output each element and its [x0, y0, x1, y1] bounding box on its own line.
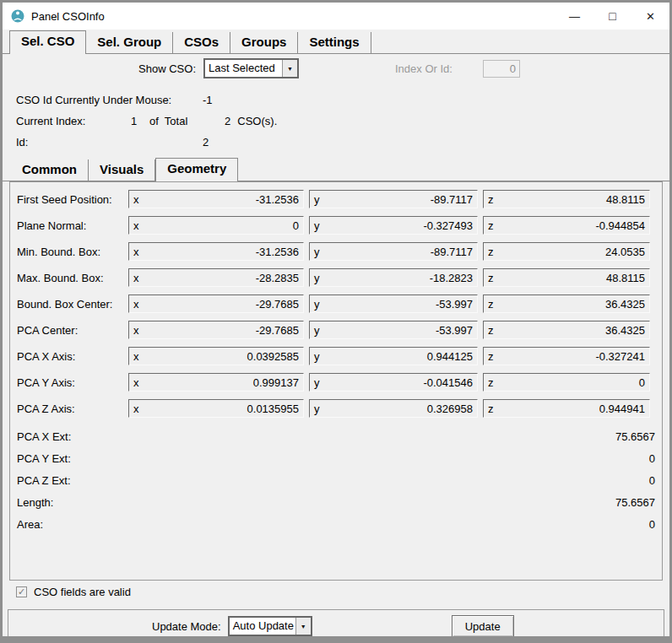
field-value: 36.4325	[605, 298, 645, 311]
field-value: -0.041546	[423, 376, 473, 389]
tab-groups[interactable]: Groups	[230, 32, 298, 53]
id-value: 2	[203, 136, 209, 149]
x-field: x0.0392585	[128, 347, 304, 365]
field-value: -89.7117	[431, 193, 473, 206]
field-value: -53.997	[436, 324, 473, 337]
minimize-button[interactable]: —	[555, 3, 593, 30]
x-field: x-28.2835	[128, 268, 304, 287]
x-field: x0	[128, 216, 304, 235]
total-value: 2	[187, 115, 230, 127]
geometry-row-min-bound-box: Min. Bound. Box: x-31.2536 y-89.7117 z24…	[17, 242, 655, 261]
scalar-row-length: Length: 75.6567	[17, 491, 655, 513]
geometry-row-pca-center: PCA Center: x-29.7685 y-53.997 z36.4325	[17, 321, 655, 339]
tab-sel-cso[interactable]: Sel. CSO	[9, 30, 86, 54]
axis-label: z	[488, 246, 494, 258]
field-value: 0.0392585	[247, 350, 299, 363]
index-or-id-input[interactable]	[483, 60, 520, 78]
y-field: y-0.041546	[309, 373, 478, 392]
z-field: z48.8115	[483, 268, 650, 287]
geometry-row-pca-x-axis: PCA X Axis: x0.0392585 y0.944125 z-0.327…	[17, 347, 655, 365]
field-value: 48.8115	[606, 272, 645, 284]
y-field: y-0.327493	[309, 216, 478, 235]
z-field: z-0.944854	[483, 216, 650, 235]
field-label: PCA X Axis:	[17, 350, 128, 363]
axis-label: x	[133, 376, 139, 389]
cso-count-label: CSO(s).	[237, 115, 277, 127]
axis-label: z	[488, 324, 494, 337]
axis-label: z	[488, 272, 494, 284]
axis-label: y	[314, 272, 320, 284]
field-value: -31.2536	[256, 193, 299, 206]
update-mode-dropdown-value: Auto Update	[230, 618, 295, 635]
field-value: -28.2835	[256, 272, 299, 284]
axis-label: y	[314, 219, 320, 232]
axis-label: z	[488, 298, 494, 311]
x-field: x-29.7685	[128, 321, 304, 339]
current-index-value: 1	[131, 115, 138, 127]
under-mouse-row: CSO Id Currently Under Mouse: -1	[16, 89, 669, 111]
tab-settings[interactable]: Settings	[298, 32, 371, 53]
y-field: y-89.7117	[309, 242, 478, 261]
close-button[interactable]: ✕	[631, 3, 669, 30]
field-label: Max. Bound. Box:	[17, 272, 128, 284]
subtab-geometry[interactable]: Geometry	[155, 158, 238, 181]
cso-fields-valid-label: CSO fields are valid	[34, 586, 131, 598]
geometry-panel: First Seed Position: x-31.2536 y-89.7117…	[9, 181, 663, 581]
field-value: -0.327493	[423, 219, 473, 232]
field-label: PCA Center:	[17, 324, 128, 337]
under-mouse-label: CSO Id Currently Under Mouse:	[16, 94, 203, 106]
field-value: 0.0135955	[247, 403, 299, 415]
z-field: z0	[483, 373, 650, 392]
update-mode-label: Update Mode:	[152, 620, 221, 633]
field-value: -0.327241	[595, 350, 645, 363]
z-field: z0.944941	[483, 399, 650, 418]
axis-label: z	[488, 193, 494, 206]
geometry-row-plane-normal: Plane Normal: x0 y-0.327493 z-0.944854	[17, 216, 655, 235]
sub-tab-bar: Common Visuals Geometry	[3, 158, 669, 181]
geometry-row-bound-box-center: Bound. Box Center: x-29.7685 y-53.997 z3…	[17, 294, 655, 313]
z-field: z36.4325	[483, 294, 650, 313]
close-icon: ✕	[646, 10, 655, 23]
geometry-row-first-seed-position: First Seed Position: x-31.2536 y-89.7117…	[17, 190, 655, 208]
show-cso-dropdown[interactable]: Last Selected ▼	[203, 58, 299, 78]
axis-label: y	[314, 246, 320, 258]
geometry-row-max-bound-box: Max. Bound. Box: x-28.2835 y-18.2823 z48…	[17, 268, 655, 287]
field-value: 0	[639, 376, 645, 389]
field-value: -18.2823	[430, 272, 473, 284]
tab-csos[interactable]: CSOs	[173, 32, 230, 53]
subtab-visuals[interactable]: Visuals	[89, 159, 155, 181]
show-cso-row: Show CSO: Last Selected ▼ Index Or Id:	[3, 54, 669, 83]
axis-label: z	[488, 350, 494, 363]
cso-fields-valid-row: ✓ CSO fields are valid	[3, 581, 669, 602]
chevron-down-icon: ▼	[295, 618, 311, 635]
axis-label: x	[133, 324, 139, 337]
x-field: x0.999137	[128, 373, 304, 392]
axis-label: z	[488, 403, 494, 415]
field-value: -31.2536	[256, 246, 299, 258]
field-value: 0	[649, 452, 655, 465]
main-tab-bar: Sel. CSO Sel. Group CSOs Groups Settings	[3, 30, 669, 54]
geometry-row-pca-y-axis: PCA Y Axis: x0.999137 y-0.041546 z0	[17, 373, 655, 392]
field-value: 75.6567	[615, 496, 655, 509]
field-value: 0	[293, 219, 299, 232]
field-label: PCA Y Axis:	[17, 376, 128, 389]
field-value: 48.8115	[606, 193, 645, 206]
field-label: Area:	[17, 518, 649, 531]
field-value: 24.0535	[605, 246, 645, 258]
y-field: y-18.2823	[309, 268, 478, 287]
info-section: CSO Id Currently Under Mouse: -1 Current…	[3, 83, 669, 153]
window-title: Panel CSOInfo	[31, 10, 105, 23]
maximize-button[interactable]: □	[593, 3, 631, 30]
tab-sel-group[interactable]: Sel. Group	[86, 32, 173, 53]
x-field: x-31.2536	[128, 242, 304, 261]
axis-label: y	[314, 298, 320, 311]
update-button[interactable]: Update	[452, 615, 514, 637]
field-label: PCA Z Ext:	[17, 474, 649, 487]
geometry-row-pca-z-axis: PCA Z Axis: x0.0135955 y0.326958 z0.9449…	[17, 399, 655, 418]
cso-fields-valid-checkbox[interactable]: ✓	[16, 586, 27, 597]
under-mouse-value: -1	[203, 94, 213, 106]
subtab-common[interactable]: Common	[11, 159, 89, 181]
x-field: x-29.7685	[128, 294, 304, 313]
field-label: Length:	[17, 496, 615, 509]
update-mode-dropdown[interactable]: Auto Update ▼	[228, 616, 312, 636]
